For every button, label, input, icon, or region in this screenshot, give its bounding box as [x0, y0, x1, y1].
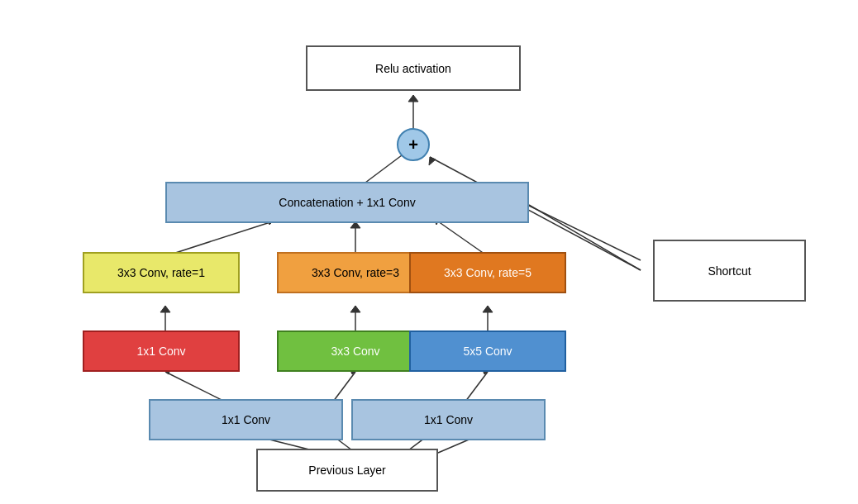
svg-line-20: [165, 221, 273, 256]
svg-line-24: [438, 221, 488, 256]
bottleneck1-node: 1x1 Conv: [149, 399, 343, 440]
previous-layer-node: Previous Layer: [256, 449, 438, 492]
svg-marker-15: [160, 306, 170, 312]
svg-marker-29: [429, 157, 436, 165]
conv-rate1-node: 3x3 Conv, rate=1: [83, 252, 240, 293]
diagram: Relu activation + Concatenation + 1x1 Co…: [0, 0, 858, 504]
svg-marker-19: [483, 306, 493, 312]
svg-marker-17: [350, 306, 360, 312]
shortcut-node: Shortcut: [653, 240, 806, 302]
plus-node: +: [397, 128, 430, 161]
conv1x1-node: 1x1 Conv: [83, 330, 240, 372]
svg-marker-33: [408, 95, 418, 102]
concat-node: Concatenation + 1x1 Conv: [165, 182, 529, 223]
bottleneck2-node: 1x1 Conv: [351, 399, 546, 440]
conv5x5-node: 5x5 Conv: [409, 330, 566, 372]
relu-node: Relu activation: [306, 45, 521, 91]
conv-rate5-node: 3x3 Conv, rate=5: [409, 252, 566, 293]
